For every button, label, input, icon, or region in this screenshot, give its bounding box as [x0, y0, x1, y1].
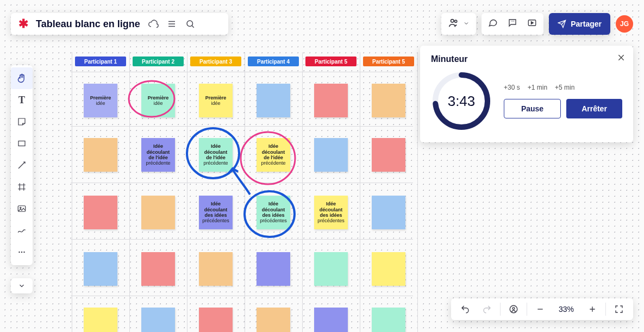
participant-label[interactable]: Participant 4 [248, 57, 299, 66]
sticky-note[interactable]: Idée découlant de l'idée précédente [257, 138, 290, 172]
sticky-note[interactable] [141, 308, 175, 332]
timer-add-30s[interactable]: +30 s [504, 84, 520, 91]
sticky-note[interactable]: Idée découlant des idées précédentes [314, 196, 348, 229]
redo-button[interactable] [477, 298, 497, 320]
svg-point-6 [20, 207, 21, 208]
sticky-note[interactable] [314, 138, 348, 172]
sticky-note[interactable] [372, 308, 405, 332]
sticky-note[interactable] [199, 308, 233, 332]
participant-label[interactable]: Participant 5 [305, 57, 357, 66]
timer-add-1min[interactable]: +1 min [528, 84, 547, 91]
timer-add-5min[interactable]: +5 min [555, 84, 574, 91]
header-left: ✱ Tableau blanc en ligne [11, 13, 228, 35]
sticky-note[interactable] [314, 252, 348, 286]
chat-icon[interactable] [488, 18, 498, 30]
zoom-percent[interactable]: 33% [552, 305, 580, 314]
grid-line [71, 126, 413, 127]
sticky-note[interactable] [257, 308, 290, 332]
shape-tool[interactable] [11, 133, 33, 154]
sticky-note[interactable] [372, 196, 405, 229]
timer-dial: 3:43 [431, 71, 492, 131]
chevron-down-icon[interactable] [463, 19, 470, 29]
sticky-note[interactable]: Idée découlant des idées précédentes [257, 196, 290, 229]
search-icon[interactable] [185, 18, 196, 29]
sticky-note[interactable]: Première idée [199, 84, 233, 117]
image-tool[interactable] [11, 198, 33, 220]
svg-point-9 [23, 252, 24, 253]
svg-point-8 [21, 252, 22, 253]
hand-tool[interactable] [11, 67, 33, 89]
sticky-note[interactable] [257, 252, 290, 286]
sticky-note[interactable]: Idée découlant de l'idée précédente [199, 138, 233, 172]
grid-line [302, 52, 303, 332]
sticky-note[interactable]: Idée découlant des idées précédentes [199, 196, 233, 229]
present-icon[interactable] [527, 18, 537, 30]
toolbar-collapse[interactable] [11, 278, 33, 293]
tool-palette: T [11, 65, 33, 265]
sticky-note[interactable] [199, 252, 233, 286]
line-tool[interactable] [11, 154, 33, 176]
sticky-note[interactable] [84, 308, 117, 332]
fullscreen-button[interactable] [609, 298, 629, 320]
share-button[interactable]: Partager [549, 13, 610, 35]
text-tool[interactable]: T [11, 89, 33, 111]
sticky-tool[interactable] [11, 111, 33, 133]
grid-line [245, 52, 245, 332]
share-label: Partager [571, 20, 602, 28]
user-avatar[interactable]: JG [616, 15, 633, 33]
map-pin-icon[interactable] [504, 298, 523, 320]
sticky-note[interactable] [84, 252, 117, 286]
sticky-note[interactable] [141, 252, 175, 286]
timer-stop-button[interactable]: Arrêter [566, 99, 622, 118]
sticky-note[interactable]: Première idée [84, 84, 117, 117]
divider [527, 303, 527, 316]
logo-icon: ✱ [18, 17, 28, 31]
grid-line [72, 52, 72, 332]
comment-icon[interactable] [508, 18, 517, 30]
header-right: Partager JG [441, 13, 633, 35]
timer-pause-button[interactable]: Pause [504, 99, 561, 118]
participant-label[interactable]: Participant 3 [190, 57, 241, 66]
sticky-note[interactable] [372, 252, 405, 286]
svg-point-0 [187, 21, 193, 27]
presence-pill [441, 13, 476, 35]
zoom-bar: 33% [451, 298, 633, 320]
svg-rect-4 [18, 141, 25, 146]
sticky-note[interactable] [257, 84, 290, 117]
sticky-note[interactable] [314, 84, 348, 117]
sticky-note[interactable] [84, 196, 117, 229]
svg-point-2 [455, 20, 457, 22]
close-icon[interactable] [617, 53, 626, 64]
svg-point-7 [18, 252, 20, 253]
divider [605, 303, 606, 316]
cloud-icon[interactable] [148, 18, 159, 29]
more-tool[interactable] [11, 241, 33, 263]
sticky-note[interactable] [372, 84, 405, 117]
sticky-note[interactable] [372, 138, 405, 172]
zoom-out-button[interactable] [530, 298, 550, 320]
svg-point-1 [451, 20, 454, 23]
timer-panel: Minuteur 3:43 +30 s +1 min +5 min Pause … [420, 46, 633, 142]
participant-label[interactable]: Participant 1 [75, 57, 126, 66]
menu-icon[interactable] [166, 18, 177, 29]
timer-title: Minuteur [431, 54, 622, 64]
board-title: Tableau blanc en ligne [36, 18, 140, 30]
grid-line [71, 296, 413, 296]
sticky-note[interactable] [314, 308, 348, 332]
zoom-in-button[interactable] [583, 298, 602, 320]
people-icon[interactable] [448, 17, 460, 31]
pen-tool[interactable] [11, 220, 33, 241]
sticky-note[interactable] [84, 138, 117, 172]
grid-line [129, 52, 130, 332]
undo-button[interactable] [455, 298, 475, 320]
sticky-note[interactable]: Première idée [141, 84, 175, 117]
grid-line [360, 52, 360, 332]
grid-line [417, 52, 418, 332]
frame-tool[interactable] [11, 176, 33, 198]
participant-label[interactable]: Participant 5 [363, 57, 414, 66]
activity-pill [482, 13, 543, 35]
participant-label[interactable]: Participant 2 [133, 57, 184, 66]
sticky-note[interactable]: Idée découlant de l'idée précédente [141, 138, 175, 172]
sticky-note[interactable] [141, 196, 175, 229]
svg-point-17 [512, 308, 515, 310]
